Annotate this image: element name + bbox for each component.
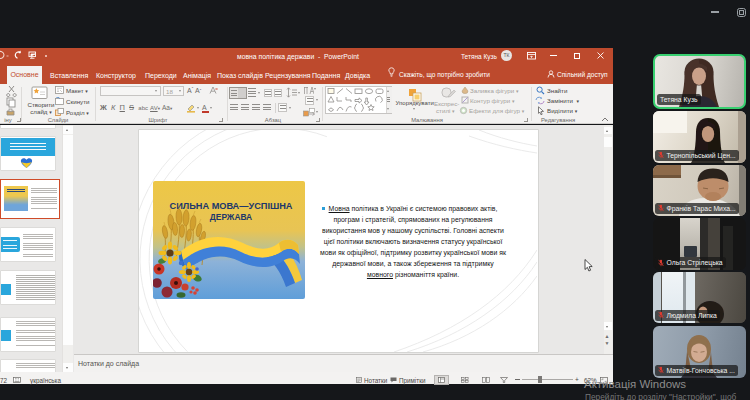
svg-text:СИЛЬНА МОВА—УСПІШНА: СИЛЬНА МОВА—УСПІШНА xyxy=(170,201,293,211)
svg-text:ДЕРЖАВА: ДЕРЖАВА xyxy=(210,212,252,222)
